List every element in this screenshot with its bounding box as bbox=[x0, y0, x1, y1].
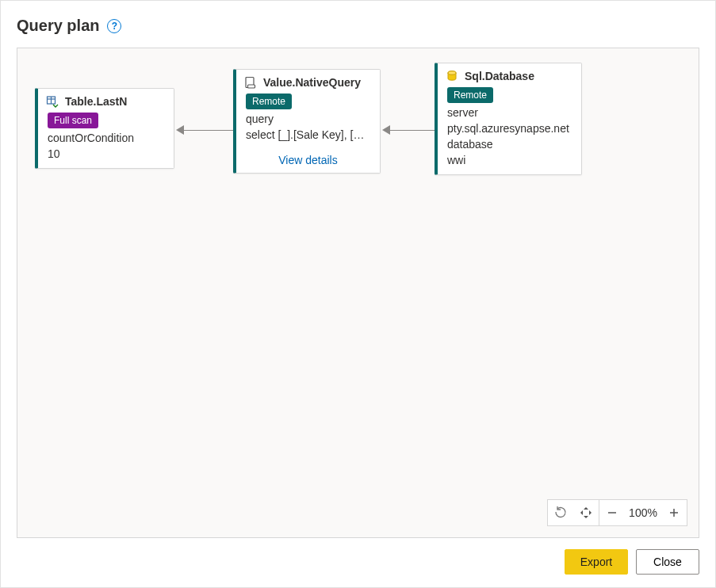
node-sql-database[interactable]: Sql.Database Remote server pty.sql.azure… bbox=[435, 63, 582, 175]
database-key: database bbox=[447, 138, 572, 151]
dialog-header: Query plan ? bbox=[17, 17, 699, 35]
svg-point-6 bbox=[448, 71, 456, 74]
fit-icon bbox=[580, 506, 592, 519]
view-details-link[interactable]: View details bbox=[236, 149, 380, 173]
help-icon[interactable]: ? bbox=[107, 19, 121, 33]
node-title: Value.NativeQuery bbox=[263, 76, 361, 89]
close-button[interactable]: Close bbox=[636, 549, 699, 575]
zoom-toolbar: 100% bbox=[547, 499, 687, 526]
arrow-connector bbox=[184, 130, 233, 131]
script-icon bbox=[244, 76, 257, 89]
query-plan-dialog: Query plan ? Table.LastN Full scan count bbox=[0, 0, 716, 588]
zoom-out-button[interactable] bbox=[599, 507, 625, 518]
database-value: wwi bbox=[447, 154, 572, 166]
zoom-level: 100% bbox=[625, 506, 661, 519]
arrow-head-icon bbox=[176, 125, 184, 135]
plus-icon bbox=[668, 507, 680, 518]
node-title: Sql.Database bbox=[465, 70, 534, 82]
dialog-title: Query plan bbox=[17, 17, 99, 35]
node-table-lastn[interactable]: Table.LastN Full scan countOrCondition 1… bbox=[35, 88, 174, 169]
server-key: server bbox=[447, 106, 572, 119]
svg-rect-4 bbox=[248, 85, 255, 88]
param-value: 10 bbox=[48, 147, 164, 160]
server-value: pty.sql.azuresynapse.net bbox=[447, 122, 572, 135]
param-key: query bbox=[246, 113, 370, 125]
table-icon bbox=[46, 95, 59, 108]
dialog-footer: Export Close bbox=[17, 538, 699, 575]
arrow-connector bbox=[390, 130, 435, 131]
reset-icon bbox=[554, 506, 567, 519]
zoom-in-button[interactable] bbox=[661, 507, 687, 518]
param-value: select [_].[Sale Key], [_].... bbox=[246, 128, 370, 141]
badge-remote: Remote bbox=[447, 87, 493, 103]
param-key: countOrCondition bbox=[48, 132, 164, 144]
badge-full-scan: Full scan bbox=[48, 113, 98, 128]
badge-remote: Remote bbox=[246, 94, 292, 109]
node-title: Table.LastN bbox=[65, 95, 127, 108]
arrow-head-icon bbox=[382, 125, 390, 135]
reset-view-button[interactable] bbox=[548, 506, 573, 519]
export-button[interactable]: Export bbox=[565, 549, 628, 575]
database-icon bbox=[446, 70, 458, 82]
query-plan-canvas[interactable]: Table.LastN Full scan countOrCondition 1… bbox=[17, 48, 699, 538]
fit-view-button[interactable] bbox=[573, 506, 599, 519]
node-value-nativequery[interactable]: Value.NativeQuery Remote query select [_… bbox=[233, 69, 381, 174]
minus-icon bbox=[607, 507, 618, 518]
